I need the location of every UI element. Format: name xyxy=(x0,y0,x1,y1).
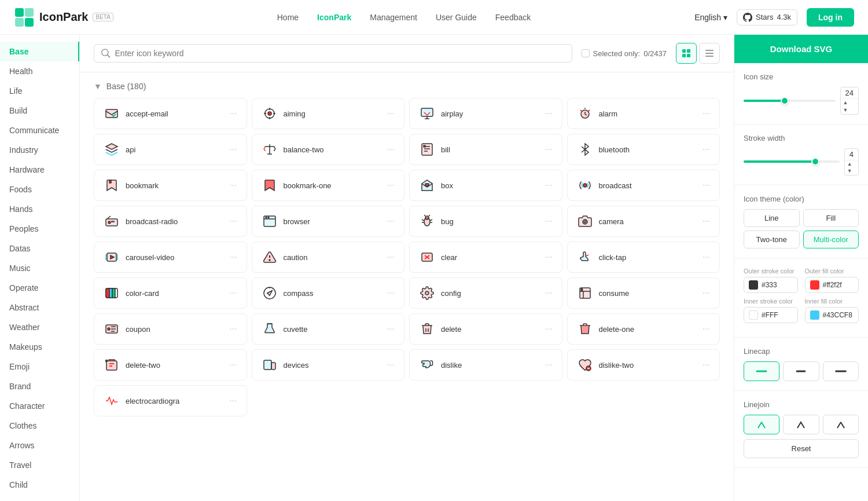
icon-card-bookmark[interactable]: bookmark ··· xyxy=(94,170,247,201)
decrement-icon-2[interactable]: ▼ xyxy=(845,167,858,175)
icon-card-api[interactable]: api ··· xyxy=(94,134,247,165)
icon-card-airplay[interactable]: airplay ··· xyxy=(409,98,562,129)
download-svg-button[interactable]: Download SVG xyxy=(734,35,868,63)
icon-card-broadcast-radio[interactable]: broadcast-radio ··· xyxy=(94,206,247,237)
more-icon[interactable]: ··· xyxy=(545,216,552,226)
reset-button[interactable]: Reset xyxy=(744,439,859,458)
more-icon[interactable]: ··· xyxy=(229,396,237,406)
icon-card-delete[interactable]: delete ··· xyxy=(409,313,562,345)
nav-userguide[interactable]: User Guide xyxy=(436,13,477,22)
sidebar-item-health[interactable]: Health xyxy=(0,61,79,81)
outer-fill-color-input[interactable]: #ff2f2f xyxy=(805,277,859,293)
sidebar-item-brand[interactable]: Brand xyxy=(0,376,79,396)
nav-feedback[interactable]: Feedback xyxy=(495,13,531,22)
stroke-width-input[interactable]: 4 ▲ ▼ xyxy=(844,148,859,176)
icon-card-coupon[interactable]: coupon ··· xyxy=(94,313,247,345)
more-icon[interactable]: ··· xyxy=(387,144,395,155)
slider-thumb-2[interactable] xyxy=(811,158,819,166)
more-icon[interactable]: ··· xyxy=(545,108,552,119)
icon-card-devices[interactable]: devices ··· xyxy=(252,349,405,381)
sidebar-item-weather[interactable]: Weather xyxy=(0,317,79,337)
language-selector[interactable]: English ▾ xyxy=(694,13,727,22)
sidebar-item-hardware[interactable]: Hardware xyxy=(0,160,79,180)
more-icon[interactable]: ··· xyxy=(545,144,552,155)
linejoin-round-button[interactable] xyxy=(744,415,779,434)
more-icon[interactable]: ··· xyxy=(229,324,237,334)
sidebar-item-base[interactable]: Base xyxy=(0,42,79,61)
more-icon[interactable]: ··· xyxy=(387,252,395,262)
inner-stroke-color-input[interactable]: #FFF xyxy=(744,307,798,323)
icon-card-color-card[interactable]: color-card ··· xyxy=(94,277,247,309)
icon-card-bluetooth[interactable]: bluetooth ··· xyxy=(567,134,720,165)
more-icon[interactable]: ··· xyxy=(229,108,237,119)
more-icon[interactable]: ··· xyxy=(387,324,395,334)
more-icon[interactable]: ··· xyxy=(703,180,710,191)
sidebar-item-music[interactable]: Music xyxy=(0,258,79,278)
icon-size-input[interactable]: 24 ▲ ▼ xyxy=(840,87,859,115)
nav-home[interactable]: Home xyxy=(277,13,299,22)
grid-view-button[interactable] xyxy=(676,43,697,64)
icon-card-carousel-video[interactable]: carousel-video ··· xyxy=(94,242,247,273)
more-icon[interactable]: ··· xyxy=(703,360,710,370)
linejoin-miter-button[interactable] xyxy=(783,415,819,434)
sidebar-item-travel[interactable]: Travel xyxy=(0,455,79,475)
icon-card-bug[interactable]: bug ··· xyxy=(409,206,562,237)
more-icon[interactable]: ··· xyxy=(387,360,395,370)
icon-card-consume[interactable]: $ consume ··· xyxy=(567,277,720,309)
icon-card-camera[interactable]: camera ··· xyxy=(567,206,720,237)
icon-card-accept-email[interactable]: accept-email ··· xyxy=(94,98,247,129)
list-view-button[interactable] xyxy=(699,43,720,64)
more-icon[interactable]: ··· xyxy=(387,108,395,119)
outer-stroke-color-input[interactable]: #333 xyxy=(744,277,798,293)
more-icon[interactable]: ··· xyxy=(703,288,710,298)
more-icon[interactable]: ··· xyxy=(703,216,710,226)
more-icon[interactable]: ··· xyxy=(703,324,710,334)
more-icon[interactable]: ··· xyxy=(703,108,710,119)
theme-twotone-button[interactable]: Two-tone xyxy=(744,231,800,248)
icon-card-aiming[interactable]: aiming ··· xyxy=(252,98,405,129)
search-input[interactable] xyxy=(115,49,565,58)
more-icon[interactable]: ··· xyxy=(545,180,552,191)
increment-icon-2[interactable]: ▲ xyxy=(845,160,858,168)
more-icon[interactable]: ··· xyxy=(229,360,237,370)
login-button[interactable]: Log in xyxy=(807,8,854,27)
sidebar-item-operate[interactable]: Operate xyxy=(0,278,79,298)
icon-card-delete-one[interactable]: delete-one ··· xyxy=(567,313,720,345)
more-icon[interactable]: ··· xyxy=(229,180,237,191)
icon-card-bookmark-one[interactable]: bookmark-one ··· xyxy=(252,170,405,201)
selected-only-checkbox[interactable] xyxy=(582,49,590,57)
icon-card-electrocardiogra[interactable]: electrocardiogra ··· xyxy=(94,385,247,416)
linecap-square-button[interactable] xyxy=(823,361,859,381)
more-icon[interactable]: ··· xyxy=(545,288,552,298)
collapse-icon[interactable]: ▼ xyxy=(94,82,102,91)
more-icon[interactable]: ··· xyxy=(545,252,552,262)
linecap-round-button[interactable] xyxy=(744,361,779,381)
more-icon[interactable]: ··· xyxy=(229,288,237,298)
icon-card-box[interactable]: box ··· xyxy=(409,170,562,201)
sidebar-item-character[interactable]: Character xyxy=(0,396,79,416)
more-icon[interactable]: ··· xyxy=(545,360,552,370)
sidebar-item-datas[interactable]: Datas xyxy=(0,239,79,258)
more-icon[interactable]: ··· xyxy=(387,216,395,226)
icon-card-dislike-two[interactable]: dislike-two ··· xyxy=(567,349,720,381)
icon-size-slider[interactable] xyxy=(744,95,836,107)
icon-card-cuvette[interactable]: cuvette ··· xyxy=(252,313,405,345)
github-button[interactable]: Stars 4.3k xyxy=(737,9,797,25)
icon-card-balance-two[interactable]: balance-two ··· xyxy=(252,134,405,165)
sidebar-item-build[interactable]: Build xyxy=(0,101,79,120)
linecap-butt-button[interactable] xyxy=(783,361,819,381)
icon-card-broadcast[interactable]: broadcast ··· xyxy=(567,170,720,201)
more-icon[interactable]: ··· xyxy=(229,252,237,262)
icon-card-clear[interactable]: clear ··· xyxy=(409,242,562,273)
icon-card-bill[interactable]: bill ··· xyxy=(409,134,562,165)
theme-multicolor-button[interactable]: Multi-color xyxy=(803,231,859,248)
sidebar-item-communicate[interactable]: Communicate xyxy=(0,120,79,140)
icon-card-browser[interactable]: browser ··· xyxy=(252,206,405,237)
slider-thumb[interactable] xyxy=(781,97,789,105)
more-icon[interactable]: ··· xyxy=(387,180,395,191)
increment-icon[interactable]: ▲ xyxy=(841,99,858,107)
nav-iconpark[interactable]: IconPark xyxy=(317,13,351,22)
more-icon[interactable]: ··· xyxy=(229,144,237,155)
sidebar-item-clothes[interactable]: Clothes xyxy=(0,416,79,436)
logo[interactable]: IconPark BETA xyxy=(14,7,113,28)
